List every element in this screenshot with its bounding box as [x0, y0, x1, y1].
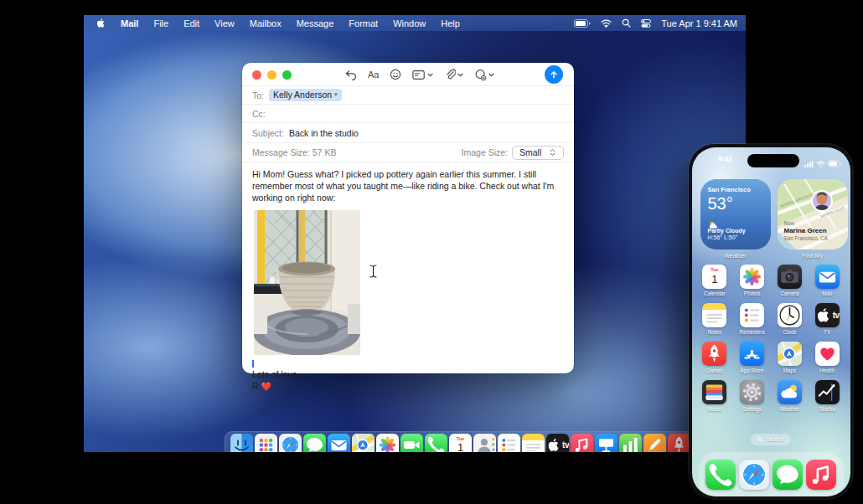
app-label: Games — [706, 368, 723, 373]
stepper-arrows-icon — [550, 148, 556, 157]
menu-item-window[interactable]: Window — [385, 18, 433, 28]
close-button[interactable] — [252, 70, 261, 80]
dock-tv-icon[interactable]: tv — [546, 434, 569, 452]
iphone-app-mail[interactable]: Mail — [809, 265, 845, 296]
dock-phone-icon[interactable] — [425, 434, 447, 452]
iphone-app-health[interactable]: Health — [809, 342, 845, 373]
zoom-button[interactable] — [282, 70, 292, 80]
iphone-dock-messages-icon[interactable] — [773, 460, 803, 490]
menu-items: MailFileEditViewMailboxMessageFormatWind… — [113, 18, 468, 28]
iphone-dock-music-icon[interactable] — [806, 460, 836, 490]
wifi-icon — [816, 156, 825, 171]
dock-finder-icon[interactable] — [230, 434, 253, 452]
iphone-app-games[interactable]: Games — [697, 342, 732, 373]
iphone-app-photos[interactable]: Photos — [735, 265, 770, 296]
app-label: Mail — [822, 291, 832, 296]
header-fields-icon[interactable] — [412, 69, 433, 80]
undo-icon[interactable] — [344, 69, 357, 80]
app-label: Camera — [780, 291, 798, 296]
to-label: To: — [252, 90, 264, 100]
weather-widget[interactable]: San Francisco 53° Partly Cloudy H:56° L:… — [700, 179, 771, 249]
pottery-photo[interactable] — [254, 210, 360, 355]
iphone-app-wallet[interactable]: Wallet — [697, 380, 732, 412]
dock-contacts-icon[interactable] — [473, 434, 496, 452]
dock-games-icon[interactable] — [668, 434, 690, 452]
battery-icon — [828, 156, 842, 171]
dock-keynote-icon[interactable] — [595, 434, 618, 452]
insert-photo-icon[interactable] — [474, 69, 494, 81]
dock-reminders-icon[interactable] — [498, 434, 520, 452]
dock-facetime-icon[interactable] — [400, 434, 423, 452]
app-label: Calendar — [704, 291, 726, 296]
menu-item-mailbox[interactable]: Mailbox — [242, 18, 289, 28]
dock-music-icon[interactable] — [571, 434, 593, 452]
findmy-now: Now — [784, 220, 829, 227]
app-label: Weather — [780, 406, 800, 412]
menu-item-file[interactable]: File — [146, 18, 176, 28]
menu-item-mail[interactable]: Mail — [113, 18, 146, 28]
screen: MailFileEditViewMailboxMessageFormatWind… — [0, 0, 863, 504]
iphone-app-calendar[interactable]: Tue1Calendar — [697, 265, 732, 296]
send-button[interactable] — [545, 65, 563, 84]
spotlight-search-pill[interactable]: Search — [751, 434, 791, 445]
dock-pages-icon[interactable] — [643, 434, 666, 452]
dock-launchpad-icon[interactable] — [255, 434, 277, 452]
findmy-text: Now Marina Green San Francisco, CA — [784, 220, 829, 242]
message-body[interactable]: Hi Mom! Guess what? I picked up pottery … — [242, 162, 574, 392]
battery-icon[interactable] — [574, 19, 591, 28]
mail-compose-window: Aa To: Kelly Anderson ▾ Cc: Subject: Bac… — [242, 63, 574, 373]
iphone-app-clock[interactable]: Clock — [772, 303, 807, 335]
menu-item-edit[interactable]: Edit — [176, 18, 207, 28]
cc-field[interactable]: Cc: — [242, 105, 574, 123]
app-label: TV — [824, 329, 830, 335]
dock-photos-icon[interactable] — [376, 434, 399, 452]
iphone-app-settings[interactable]: Settings — [735, 380, 770, 412]
minimize-button[interactable] — [267, 70, 276, 80]
menu-bar: MailFileEditViewMailboxMessageFormatWind… — [84, 15, 746, 31]
dock-safari-icon[interactable] — [279, 434, 302, 452]
iphone-app-camera[interactable]: Camera — [772, 265, 807, 296]
iphone-app-tv[interactable]: tvTV — [809, 303, 845, 335]
emoji-icon[interactable] — [390, 69, 401, 80]
menu-item-format[interactable]: Format — [341, 18, 385, 28]
app-label: Health — [819, 368, 835, 373]
wifi-icon[interactable] — [601, 19, 612, 28]
apple-menu-icon[interactable] — [96, 18, 106, 28]
iphone-app-notes[interactable]: Notes — [697, 303, 732, 335]
menu-clock[interactable]: Tue Apr 1 9:41 AM — [661, 18, 737, 28]
iphone-dock-phone-icon[interactable] — [705, 460, 736, 490]
dock-messages-icon[interactable] — [303, 434, 326, 452]
status-time: 9:41 — [707, 155, 744, 163]
iphone-app-maps[interactable]: Maps — [772, 342, 807, 373]
dock-calendar-icon[interactable]: Tue1 — [449, 434, 472, 452]
app-label: Photos — [744, 291, 761, 296]
iphone-app-weather[interactable]: Weather — [772, 380, 807, 412]
iphone-app-appstore[interactable]: App Store — [735, 342, 770, 373]
image-size-select[interactable]: Small — [512, 146, 564, 160]
window-titlebar[interactable]: Aa — [242, 63, 574, 86]
app-label: Maps — [783, 368, 796, 373]
attach-icon[interactable] — [444, 69, 463, 80]
menu-item-help[interactable]: Help — [433, 18, 468, 28]
subject-field[interactable]: Subject: Back in the studio — [242, 123, 574, 143]
iphone-dock-safari-icon[interactable] — [739, 460, 769, 490]
heart-icon: ❤️ — [261, 382, 271, 391]
format-icon[interactable]: Aa — [368, 69, 379, 80]
search-icon[interactable] — [622, 18, 631, 28]
menu-item-message[interactable]: Message — [289, 18, 342, 28]
dock-maps-icon[interactable] — [352, 434, 375, 452]
control-center-icon[interactable] — [641, 19, 651, 28]
menu-item-view[interactable]: View — [207, 18, 242, 28]
app-label: Notes — [708, 329, 721, 335]
to-field[interactable]: To: Kelly Anderson ▾ — [242, 86, 574, 105]
menu-status: Tue Apr 1 9:41 AM — [574, 18, 737, 28]
findmy-widget[interactable]: MARINA GREEN DR MARINA BLVD — [778, 179, 848, 249]
dock-numbers-icon[interactable] — [619, 434, 642, 452]
recipient-token[interactable]: Kelly Anderson ▾ — [269, 89, 342, 101]
iphone-app-reminders[interactable]: Reminders — [735, 303, 770, 335]
dock-notes-icon[interactable] — [522, 434, 545, 452]
body-paragraph: Hi Mom! Guess what? I picked up pottery … — [252, 169, 564, 204]
weather-city: San Francisco — [708, 186, 763, 193]
dock-mail-icon[interactable] — [328, 434, 350, 452]
iphone-app-stocks[interactable]: Stocks — [809, 380, 845, 412]
